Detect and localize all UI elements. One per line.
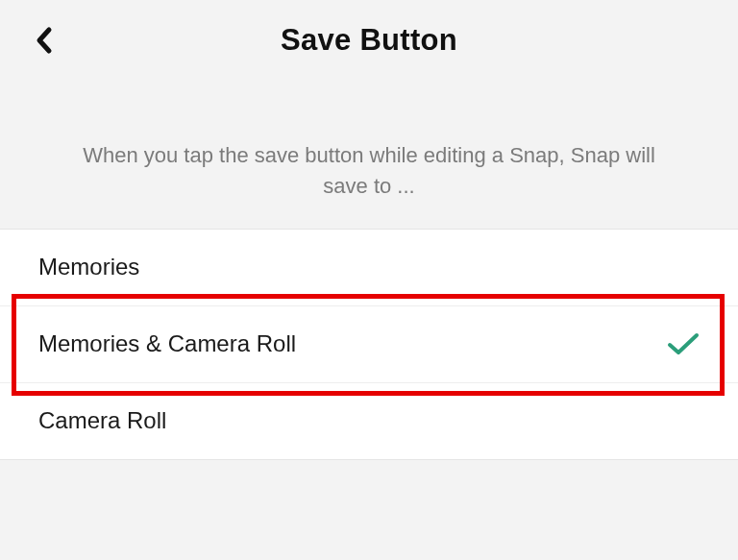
- option-row-memories[interactable]: Memories: [0, 230, 738, 306]
- description-text: When you tap the save button while editi…: [0, 81, 738, 229]
- page-title: Save Button: [281, 23, 457, 58]
- check-icon: [667, 331, 700, 356]
- option-row-memories-camera-roll[interactable]: Memories & Camera Roll: [0, 306, 738, 383]
- option-label: Memories: [38, 254, 139, 280]
- option-label: Memories & Camera Roll: [38, 330, 296, 357]
- options-list: Memories Memories & Camera Roll Camera R…: [0, 229, 738, 460]
- header: Save Button: [0, 0, 738, 81]
- option-row-camera-roll[interactable]: Camera Roll: [0, 383, 738, 460]
- back-button[interactable]: [25, 21, 63, 60]
- chevron-left-icon: [34, 26, 55, 55]
- option-label: Camera Roll: [38, 407, 166, 434]
